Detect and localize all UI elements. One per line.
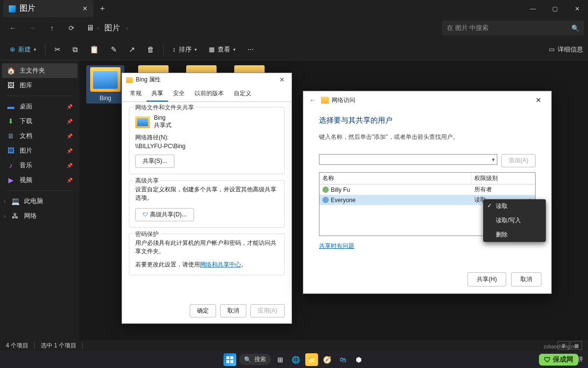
more-button[interactable]: ⋯ <box>243 43 259 56</box>
separator <box>6 96 74 96</box>
sidebar-item-documents[interactable]: 🗎文档📌 <box>2 129 77 143</box>
close-dialog-button[interactable]: ✕ <box>532 95 545 105</box>
close-dialog-button[interactable]: ✕ <box>276 75 288 84</box>
taskbar-app[interactable]: ⬢ <box>352 353 365 366</box>
share-button[interactable]: 共享(S)... <box>135 155 174 168</box>
sharing-help-link[interactable]: 共享时有问题 <box>319 242 354 249</box>
taskbar-app[interactable]: 🛍 <box>337 353 349 366</box>
tab-security[interactable]: 安全 <box>168 86 190 102</box>
refresh-button[interactable]: ⟳ <box>63 19 80 37</box>
sort-icon: ↕ <box>172 46 176 53</box>
svg-rect-0 <box>226 356 229 359</box>
delete-button[interactable]: 🗑 <box>142 42 159 56</box>
view-icon: ▦ <box>209 46 215 53</box>
details-pane-button[interactable]: ▭ 详细信息 <box>549 45 583 54</box>
dialog-body: 网络文件和文件夹共享 Bing 共享式 网络路径(N): \\BILLYFU-P… <box>122 102 292 286</box>
copy-button[interactable]: ⧉ <box>68 42 83 57</box>
dialog-title: Bing 属性 <box>136 76 161 84</box>
dialog-titlebar[interactable]: Bing 属性 ✕ <box>122 73 292 86</box>
download-icon: ⬇ <box>7 117 15 125</box>
sidebar-item-thispc[interactable]: ›💻此电脑 <box>2 194 77 209</box>
column-name[interactable]: 名称 <box>319 173 471 184</box>
apply-button[interactable]: 应用(A) <box>250 304 285 317</box>
add-button[interactable]: 添加(A) <box>501 154 536 167</box>
window-tab[interactable]: 图片 ✕ <box>3 0 94 17</box>
share-name: Bing <box>154 114 172 121</box>
network-center-link[interactable]: 网络和共享中心 <box>200 261 241 268</box>
taskbar-app[interactable]: 🧭 <box>321 353 334 366</box>
new-tab-button[interactable]: ＋ <box>94 3 111 14</box>
tab-general[interactable]: 常规 <box>125 86 147 102</box>
taskbar-app[interactable]: 📁 <box>305 353 318 366</box>
cancel-button[interactable]: 取消 <box>220 304 246 317</box>
address-bar[interactable]: 🖥 › 图片 › <box>86 21 128 35</box>
pin-icon: 📌 <box>67 178 73 183</box>
tab-customize[interactable]: 自定义 <box>229 86 256 102</box>
back-button[interactable]: ← <box>309 96 316 104</box>
properties-dialog: Bing 属性 ✕ 常规 共享 安全 以前的版本 自定义 网络文件和文件夹共享 … <box>122 73 292 324</box>
folder-bing[interactable]: Bing <box>86 65 124 104</box>
column-permission[interactable]: 权限级别 <box>471 173 535 184</box>
dialog-subtext: 键入名称，然后单击"添加"，或者单击箭头查找用户。 <box>319 133 536 141</box>
search-input[interactable]: 在 图片 中搜索 🔍 <box>442 21 584 35</box>
navigation-pane: 🏠主文件夹 🖼图库 ▬桌面📌 ⬇下载📌 🗎文档📌 🖼图片📌 ♪音乐📌 ▶视频📌 … <box>0 60 79 340</box>
close-window-button[interactable]: ✕ <box>566 0 588 17</box>
sidebar-item-home[interactable]: 🏠主文件夹 <box>2 63 77 78</box>
sidebar-item-gallery[interactable]: 🖼图库 <box>2 78 77 93</box>
taskbar-search[interactable]: 🔍搜索 <box>239 354 271 365</box>
sidebar-item-pictures[interactable]: 🖼图片📌 <box>2 143 77 158</box>
password-protect-group: 密码保护 用户必须具有此计算机的用户帐户和密码，才能访问共享文件夹。 若要更改此… <box>129 234 285 275</box>
maximize-button[interactable]: ▢ <box>544 0 566 17</box>
pin-icon: 📌 <box>67 104 73 109</box>
up-button[interactable]: ↑ <box>43 19 61 37</box>
rename-button[interactable]: ✎ <box>106 42 122 57</box>
cut-icon: ✂ <box>54 45 61 54</box>
table-row[interactable]: Billy Fu 所有者 <box>319 184 535 195</box>
sidebar-item-desktop[interactable]: ▬桌面📌 <box>2 99 77 114</box>
sidebar-item-music[interactable]: ♪音乐📌 <box>2 158 77 173</box>
paste-button[interactable]: 📋 <box>85 42 104 57</box>
chevron-right-icon: › <box>126 26 127 31</box>
cut-button[interactable]: ✂ <box>49 42 66 57</box>
user-name-combobox[interactable]: ▾ <box>319 154 497 165</box>
view-button[interactable]: ▦ 查看 ▾ <box>204 42 241 57</box>
forward-button[interactable]: → <box>24 19 41 37</box>
advanced-share-button[interactable]: 🛡高级共享(D)... <box>135 208 194 221</box>
selection-count: 选中 1 个项目 <box>41 342 76 350</box>
network-access-dialog: ← 网络访问 ✕ 选择要与其共享的用户 键入名称，然后单击"添加"，或者单击箭头… <box>303 91 552 294</box>
sidebar-item-downloads[interactable]: ⬇下载📌 <box>2 114 77 129</box>
menu-item-read[interactable]: 读取 <box>483 199 546 213</box>
sidebar-item-network[interactable]: ›🖧网络 <box>2 209 77 223</box>
dialog-title: 网络访问 <box>332 96 355 105</box>
taskbar-app[interactable]: 🌐 <box>290 353 302 366</box>
group-label: 高级共享 <box>133 177 161 185</box>
user-input-row: ▾ 添加(A) <box>319 154 536 167</box>
menu-item-readwrite[interactable]: 读取/写入 <box>483 213 546 228</box>
menu-item-remove[interactable]: 删除 <box>483 228 546 242</box>
share-confirm-button[interactable]: 共享(H) <box>467 272 506 287</box>
tab-previous-versions[interactable]: 以前的版本 <box>190 86 229 102</box>
new-button[interactable]: ⊕ 新建 ▾ <box>5 42 41 57</box>
share-button[interactable]: ↗ <box>124 42 140 57</box>
start-button[interactable] <box>223 353 236 366</box>
rename-icon: ✎ <box>111 45 117 54</box>
sidebar-item-videos[interactable]: ▶视频📌 <box>2 173 77 187</box>
minimize-button[interactable]: — <box>522 0 544 17</box>
monitor-icon: 🖥 <box>86 24 94 32</box>
breadcrumb-pictures[interactable]: 图片 <box>101 21 123 35</box>
advanced-share-text: 设置自定义权限，创建多个共享，并设置其他高级共享选项。 <box>135 185 278 202</box>
home-icon: 🏠 <box>7 67 15 75</box>
pc-icon: 💻 <box>11 197 19 205</box>
tab-share[interactable]: 共享 <box>147 86 168 102</box>
ok-button[interactable]: 确定 <box>190 304 216 317</box>
chevron-right-icon: › <box>4 213 5 219</box>
task-view-button[interactable]: ⊞ <box>274 353 287 366</box>
sort-button[interactable]: ↕ 排序 ▾ <box>168 42 202 57</box>
pin-icon: 📌 <box>67 148 73 154</box>
cancel-button[interactable]: 取消 <box>511 272 541 287</box>
back-button[interactable]: ← <box>4 19 22 37</box>
group-icon <box>322 197 329 203</box>
search-icon: 🔍 <box>571 25 579 32</box>
network-share-group: 网络文件和文件夹共享 Bing 共享式 网络路径(N): \\BILLYFU-P… <box>129 107 285 174</box>
close-tab-icon[interactable]: ✕ <box>82 5 88 12</box>
